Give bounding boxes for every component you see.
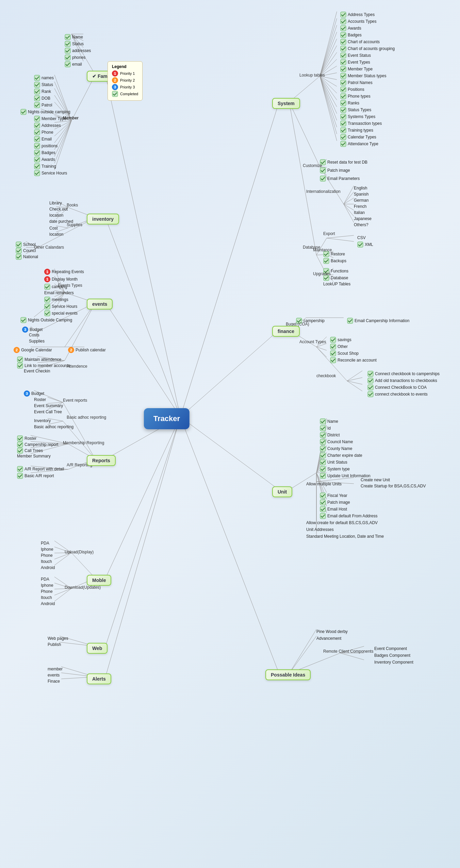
node-phones: phones: [65, 54, 85, 61]
svg-line-147: [180, 330, 279, 417]
check-icon: [367, 371, 374, 377]
node-text: Library: [49, 201, 62, 205]
node-text: Service Hours: [52, 304, 77, 309]
node-unit-addresses: Unit Addresses: [306, 527, 334, 532]
mindmap-container: Legend 1 Priority 1 2 Priority 2 3 Prior…: [0, 0, 460, 868]
node-text: Member Summary: [17, 454, 51, 458]
node-text: Iphone: [41, 547, 53, 552]
check-icon: [340, 107, 346, 113]
node-text: Italian: [354, 210, 365, 215]
node-training: Training: [34, 163, 56, 169]
node-text: CSV: [357, 235, 366, 240]
svg-line-155: [316, 347, 327, 350]
check-icon: [17, 448, 23, 454]
svg-line-105: [320, 18, 337, 76]
check-icon: [17, 466, 23, 472]
remote-components-label: Remote Client Components: [323, 649, 373, 654]
node-iphone: Iphone: [41, 583, 53, 588]
node-event-component: Event Component: [374, 646, 407, 651]
center-label: Tracker: [153, 414, 180, 423]
legend-item-p1: 1 Priority 1: [112, 70, 138, 77]
node-status-types: Status Types: [340, 107, 371, 113]
node-text: positions: [42, 144, 58, 148]
node-text: Create Startup for BSA,GS,CS,ADV: [361, 484, 426, 488]
node-text: Allow create for default BS,CS,GS,ADV: [306, 520, 378, 525]
node-special-events: special events: [44, 310, 78, 316]
node-awards: Awards: [34, 156, 55, 163]
node-create-startup-for-bsagscsadv: Create Startup for BSA,GS,CS,ADV: [361, 484, 426, 488]
node-councl: Councl: [16, 248, 36, 254]
node-service-hours: Service Hours: [44, 303, 77, 310]
node-call-trees: Call Trees: [17, 448, 43, 454]
node-iphone: Iphone: [41, 547, 53, 552]
node-text: Accounts Types: [348, 19, 377, 24]
svg-line-186: [289, 629, 316, 673]
check-icon: [65, 34, 71, 40]
check-icon-legend: [112, 91, 118, 97]
node-budget: 3Budget: [22, 327, 43, 333]
node-pda: PDA: [41, 577, 49, 582]
node-unit-status: Unit Status: [320, 459, 347, 465]
node-text: Standard Meeting Location, Date and Time: [306, 534, 384, 539]
node-budget: 3Budget: [24, 390, 44, 397]
node-text: Status: [72, 41, 84, 46]
category-inventory: inventory: [87, 214, 119, 224]
node-email: email: [65, 61, 82, 67]
svg-line-118: [320, 76, 337, 107]
node-text: Itouch: [41, 595, 52, 600]
node-text: savings: [338, 337, 351, 342]
check-icon: [340, 114, 346, 120]
checkbook-label: checkbook: [316, 373, 336, 378]
node-event-types: Event Types: [340, 59, 370, 65]
node-patrol: Patrol: [34, 102, 52, 108]
check-icon: [44, 284, 50, 290]
node-text: Web pages: [48, 636, 68, 641]
node-text: Addresses: [42, 123, 61, 128]
node-text: Supplies: [29, 339, 45, 344]
check-icon: [34, 163, 40, 169]
check-icon: [340, 127, 346, 133]
check-icon: [340, 59, 346, 65]
node-text: Google Calendar: [21, 348, 52, 352]
svg-line-104: [320, 12, 337, 76]
node-text: Database: [331, 276, 348, 280]
legend-item-p2: 2 Priority 2: [112, 77, 138, 83]
node-text: Badges: [348, 33, 362, 37]
node-addresses: addresses: [65, 48, 91, 54]
check-icon: [44, 297, 50, 303]
check-icon: [34, 95, 40, 101]
check-icon: [320, 425, 326, 431]
svg-line-164: [289, 473, 316, 490]
check-icon: [340, 80, 346, 86]
check-icon: [340, 134, 346, 140]
legend-p1-label: Priority 1: [120, 71, 135, 76]
node-itouch: Itouch: [41, 595, 52, 600]
node-text: Event Types: [348, 60, 370, 65]
node-location: location: [49, 213, 63, 218]
svg-line-33: [56, 228, 68, 232]
node-text: Name: [72, 35, 83, 39]
node-text: Maintain attendence: [24, 357, 61, 362]
svg-line-119: [320, 76, 337, 114]
node-text: Add old tranactions to checkbooks: [375, 378, 437, 383]
svg-line-135: [344, 204, 354, 222]
node-phone: Phone: [34, 129, 53, 135]
priority-2-icon: 2: [112, 77, 118, 83]
node-text: meetings: [52, 297, 68, 302]
node-text: Status: [42, 82, 53, 87]
books-label: Books: [67, 203, 78, 207]
node-allow-create-for-default-bscsgsadv: Allow create for default BS,CS,GS,ADV: [306, 520, 378, 525]
category-system: System: [272, 98, 300, 109]
check-icon: [65, 41, 71, 47]
svg-line-133: [344, 204, 354, 210]
node-text: Patch image: [327, 500, 350, 505]
node-events: events: [48, 673, 60, 678]
node-text: location: [49, 213, 63, 218]
check-icon: [320, 473, 326, 479]
node-phone: Phone: [41, 553, 53, 558]
check-icon: [34, 116, 40, 122]
node-supplies: Supplies: [29, 339, 45, 344]
node-text: Publish: [48, 642, 61, 647]
node-text: Inventory Component: [374, 660, 413, 665]
node-patch-image: Patch image: [320, 499, 350, 505]
